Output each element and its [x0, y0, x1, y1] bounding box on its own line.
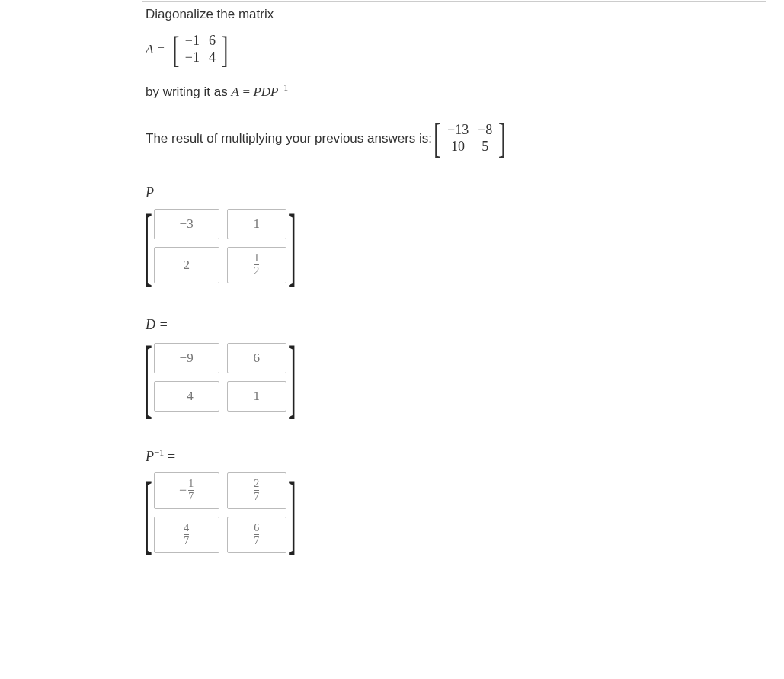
Pinv-input-00[interactable]: −17 — [154, 472, 219, 509]
D-input-00[interactable]: −9 — [154, 343, 219, 373]
D-input-10[interactable]: −4 — [154, 381, 219, 412]
R-01: −8 — [473, 122, 497, 139]
decomposition-line: by writing it as A = PDP−1 — [146, 82, 766, 101]
A-label: A = — [146, 42, 165, 57]
decomp-rhs: PDP — [253, 85, 278, 99]
decomp-A: A — [231, 85, 238, 99]
matrix-A-definition: A = [ −1 6 −1 4 ] — [146, 31, 766, 68]
frac-2-7: 27 — [254, 479, 259, 502]
frac-1-2: 12 — [254, 253, 259, 277]
A-10: −1 — [181, 50, 204, 66]
R-11: 5 — [473, 139, 497, 155]
D-input-01[interactable]: 6 — [227, 343, 286, 373]
result-matrix: [ −13 −8 10 5 ] — [432, 118, 507, 159]
P-input-11[interactable]: 12 — [227, 247, 286, 283]
P-input-00[interactable]: −3 — [154, 209, 219, 239]
result-row: The result of multiplying your previous … — [146, 118, 766, 159]
decomp-eq: = — [243, 85, 254, 99]
decomp-sup: −1 — [278, 82, 288, 93]
Pinv-label: P−1 = — [146, 447, 766, 465]
A-00: −1 — [181, 33, 204, 50]
P-input-10[interactable]: 2 — [154, 247, 219, 283]
Pinv-input-01[interactable]: 27 — [227, 472, 286, 509]
Pinv-base: P — [146, 449, 154, 464]
A-11: 4 — [204, 50, 220, 66]
R-00: −13 — [443, 122, 473, 139]
matrix-A: [ −1 6 −1 4 ] — [171, 31, 229, 68]
P-label: P = — [146, 185, 766, 201]
matrix-D-input: [ −9 6 −4 1 ] — [147, 338, 766, 417]
intro-text: Diagonalize the matrix — [146, 6, 766, 24]
D-input-11[interactable]: 1 — [227, 381, 286, 412]
R-10: 10 — [443, 139, 473, 155]
matrix-Pinv-input: [ −17 27 47 67 ] — [147, 469, 766, 556]
D-label: D = — [146, 317, 766, 333]
frac-6-7: 67 — [254, 523, 259, 546]
A-01: 6 — [204, 33, 220, 50]
matrix-P-input: [ −3 1 2 12 ] — [147, 206, 766, 287]
Pinv-eq: = — [164, 449, 175, 464]
Pinv-input-10[interactable]: 47 — [154, 517, 219, 553]
frac-4-7: 47 — [184, 523, 189, 546]
decomp-prefix: by writing it as — [146, 85, 231, 99]
frac-1-7: 17 — [188, 479, 194, 502]
Pinv-input-11[interactable]: 67 — [227, 517, 286, 553]
Pinv-sup: −1 — [154, 447, 164, 458]
P-input-01[interactable]: 1 — [227, 209, 286, 239]
result-text: The result of multiplying your previous … — [146, 131, 432, 146]
